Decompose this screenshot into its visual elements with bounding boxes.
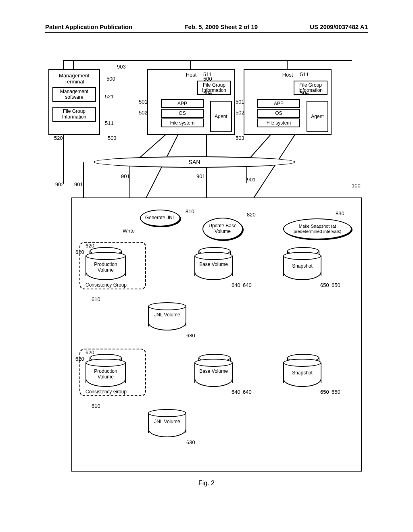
ref-504b: 504 — [300, 90, 309, 96]
ref-630b: 630 — [186, 439, 195, 445]
mgmt-software-box: Management software — [52, 87, 96, 102]
figure-caption: Fig. 2 — [186, 480, 227, 487]
jnl-vol-1: JNL Volume — [148, 302, 186, 330]
ref-620c: 620 — [86, 349, 94, 355]
ref-903: 903 — [117, 64, 126, 70]
page: Patent Application Publication Feb. 5, 2… — [0, 0, 413, 532]
ref-901d: 901 — [247, 177, 256, 183]
ref-650a: 650 — [320, 282, 329, 288]
ref-650d: 650 — [332, 389, 340, 395]
host2-agent: Agent — [307, 101, 328, 132]
mgmt-title: Management Terminal — [49, 72, 99, 86]
prod-vol-1: Production Volume — [86, 252, 126, 280]
ref-901b: 901 — [121, 173, 130, 179]
ref-502b: 502 — [236, 110, 244, 116]
host1-fs: File system — [161, 118, 204, 127]
base-vol-1: Base Volume — [194, 252, 233, 280]
snap-vol-1: Snapshot — [283, 252, 321, 280]
write-label: Write — [123, 228, 135, 234]
ref-810: 810 — [186, 208, 194, 214]
ref-610b: 610 — [92, 403, 100, 409]
ref-511c: 511 — [105, 120, 114, 126]
ref-820: 820 — [247, 212, 256, 218]
ref-650c: 650 — [320, 389, 329, 395]
diagram: Management Terminal Management software … — [45, 48, 368, 492]
host1-app: APP — [161, 99, 204, 108]
ref-640a: 640 — [232, 282, 240, 288]
mgmt-fginfo-box: File Group Information — [52, 107, 96, 122]
update-base-ellipse: Update Base Volume — [202, 218, 243, 240]
ref-640c: 640 — [232, 389, 240, 395]
ref-503a: 503 — [108, 135, 117, 141]
ref-901a: 901 — [74, 181, 83, 187]
ref-503b: 503 — [236, 135, 244, 141]
svg-line-5 — [138, 134, 166, 159]
header-center: Feb. 5, 2009 Sheet 2 of 19 — [184, 23, 258, 30]
svg-line-7 — [249, 134, 271, 159]
ref-511a: 511 — [203, 71, 212, 77]
ref-640d: 640 — [243, 389, 252, 395]
ref-902: 902 — [55, 181, 64, 187]
ref-504a: 504 — [203, 90, 212, 96]
host1-fginfo: File Group Information — [197, 81, 231, 95]
header-right: US 2009/0037482 A1 — [310, 23, 368, 30]
ref-521: 521 — [105, 94, 114, 100]
ref-620a: 620 — [86, 243, 94, 249]
ref-640b: 640 — [243, 282, 252, 288]
ref-620d: 620 — [75, 356, 84, 362]
ref-630a: 630 — [186, 332, 195, 339]
ref-830: 830 — [336, 210, 344, 216]
page-header: Patent Application Publication Feb. 5, 2… — [45, 23, 368, 33]
ref-610a: 610 — [92, 296, 100, 302]
host2-fs: File system — [257, 118, 300, 127]
host2-box: Host File Group Information APP OS File … — [244, 69, 332, 135]
mgmt-terminal-box: Management Terminal Management software … — [48, 69, 100, 135]
host1-title: Host — [186, 72, 197, 78]
host2-os: OS — [257, 109, 300, 118]
jnl-vol-2: JNL Volume — [148, 409, 186, 437]
san-label: SAN — [189, 159, 200, 165]
base-vol-2: Base Volume — [194, 359, 233, 387]
ref-620b: 620 — [75, 249, 84, 255]
make-snapshot-ellipse: Make Snapshot (at predetermined interval… — [283, 218, 352, 239]
cg-label-2: Consistency Group — [86, 389, 127, 395]
ref-501b: 501 — [236, 99, 244, 105]
generate-jnl-ellipse: Generate JNL — [140, 210, 180, 227]
host1-os: OS — [161, 109, 204, 118]
ref-511b: 511 — [300, 71, 309, 77]
header-left: Patent Application Publication — [45, 23, 132, 30]
host2-title: Host — [282, 72, 293, 78]
cg-label-1: Consistency Group — [86, 282, 127, 288]
san-ellipse: SAN — [94, 156, 295, 168]
prod-vol-2: Production Volume — [86, 359, 126, 387]
ref-901c: 901 — [196, 173, 205, 179]
ref-520: 520 — [54, 135, 63, 141]
host2-app: APP — [257, 99, 300, 108]
ref-501a: 501 — [139, 99, 148, 105]
ref-500a: 500 — [106, 76, 115, 82]
ref-650b: 650 — [332, 282, 340, 288]
host1-agent: Agent — [210, 101, 232, 132]
host2-fginfo: File Group Information — [294, 81, 327, 95]
ref-100: 100 — [352, 183, 361, 189]
host1-box: Host File Group Information APP OS File … — [147, 69, 235, 135]
ref-502a: 502 — [139, 110, 148, 116]
snap-vol-2: Snapshot — [283, 359, 321, 387]
